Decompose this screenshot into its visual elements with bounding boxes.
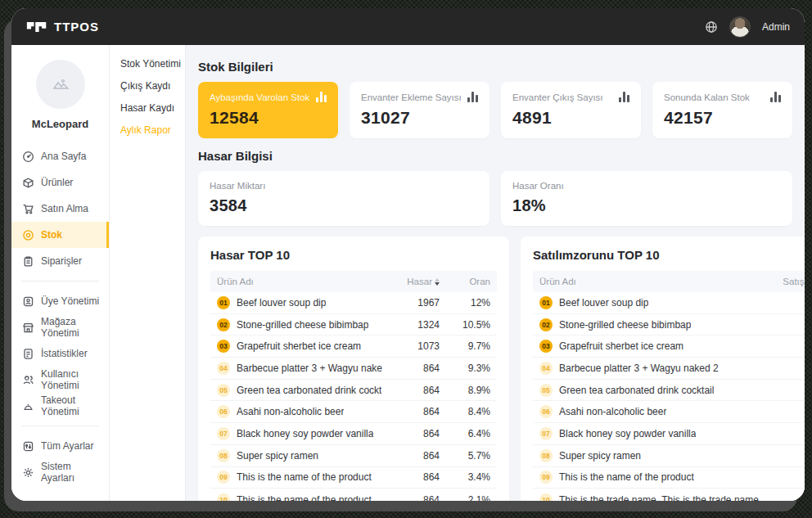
cell-value: 864: [382, 406, 440, 417]
submenu-item-k-kayd[interactable]: Çıkış Kaydı: [120, 74, 185, 97]
bar-chart-icon: [311, 92, 327, 102]
stat-card-label: Envanter Ekleme Sayısı: [361, 92, 462, 102]
cell-value: 34967: [761, 297, 805, 309]
table-row: 05Green tea carbonated drink cocktail103…: [533, 380, 805, 402]
submenu-item-ayl-k-rapor[interactable]: Aylık Rapor: [120, 119, 185, 141]
rank-badge: 08: [217, 449, 230, 462]
stat-card-label: Hasar Miktarı: [210, 181, 265, 191]
rank-badge: 07: [539, 427, 553, 440]
cell-value: 1324: [382, 319, 440, 331]
stat-card-hasar-oran: Hasar Oranı18%: [501, 171, 792, 226]
sidebar-item-label: Satın Alma: [41, 203, 88, 214]
table-card-sat-l-mzorunu-top-10: Satılımzorunu TOP 10Ürün AdıSatış Miktar…: [521, 236, 805, 501]
stat-card-value: 42157: [664, 108, 781, 128]
sidebar-item-label: Kullanıcı Yönetimi: [41, 368, 106, 391]
table-row: 01Beef louver soup dip196712%: [210, 292, 497, 314]
sidebar-item-sistem-ayarlar[interactable]: Sistem Ayarları: [11, 459, 109, 485]
rank-badge: 03: [539, 340, 553, 353]
rank-badge: 10: [539, 493, 553, 501]
rank-badge: 05: [217, 384, 230, 397]
product-name: Beef louver soup dip: [559, 297, 648, 309]
table-row: 04Barbecue platter 3 + Wagyu naked 21031…: [533, 358, 805, 380]
cell-value: 9.7%: [440, 340, 490, 352]
product-name: Stone-grilled cheese bibimbap: [237, 319, 368, 331]
cell-value: 3.4%: [440, 471, 490, 483]
topbar: TTPOS Admin: [11, 8, 805, 45]
column-header-hasar[interactable]: Hasar: [382, 277, 440, 286]
product-name: Grapefruit sherbet ice cream: [559, 340, 683, 352]
cell-value: 864: [382, 450, 440, 462]
bar-chart-icon: [765, 92, 781, 102]
sidebar-item-sat-n-alma[interactable]: Satın Alma: [11, 196, 109, 222]
product-name: Green tea carbonated drink cocktail: [559, 385, 714, 396]
purchase-icon: [22, 203, 34, 215]
language-globe-icon[interactable]: [705, 20, 718, 34]
sidebar-item-label: İstatistikler: [41, 348, 88, 359]
cell-value: 10316: [761, 385, 805, 396]
product-name: Grapefruit sherbet ice cream: [237, 340, 361, 352]
user-name[interactable]: Admin: [762, 21, 790, 33]
all-settings-icon: [22, 440, 34, 453]
rank-badge: 01: [217, 296, 230, 309]
table-row: 07Black honey soy powder vanilla8646.4%: [210, 423, 497, 445]
product-name: Super spicy ramen: [237, 450, 318, 462]
cell-value: 1967: [382, 297, 440, 309]
column-header-r-n-ad: Ürün Adı: [217, 277, 382, 286]
sidebar-item-r-nler[interactable]: Ürünler: [11, 169, 109, 196]
product-name: Black honey soy powder vanilla: [559, 428, 696, 439]
sidebar-item-sipari-ler[interactable]: Siparişler: [11, 248, 109, 274]
sidebar-item-label: Üye Yönetimi: [41, 295, 99, 307]
rank-badge: 09: [539, 471, 553, 484]
stat-card-header: Hasar Miktarı: [210, 181, 478, 191]
rank-badge: 08: [539, 449, 553, 462]
cell-value: 10316: [761, 428, 805, 439]
stat-card-value: 12584: [210, 108, 327, 128]
submenu-item-stok-y-netimi[interactable]: Stok Yönetimi: [120, 52, 185, 74]
sidebar-item-label: Ana Sayfa: [41, 151, 86, 162]
sidebar-item-ana-sayfa[interactable]: Ana Sayfa: [11, 143, 109, 169]
cell-value: 12%: [440, 297, 490, 309]
sidebar-item-kullan-c-y-netimi[interactable]: Kullanıcı Yönetimi: [11, 367, 109, 393]
rank-badge: 09: [217, 471, 230, 484]
bar-chart-icon: [614, 92, 629, 102]
table-row: 03Grapefruit sherbet ice cream10739.7%: [210, 336, 497, 358]
product-name: Asahi non-alcoholic beer: [559, 406, 666, 417]
product-name: This is the trade name. This is the trad…: [559, 494, 761, 501]
cell-value: 10316: [761, 450, 805, 462]
sidebar-item-i-statistikler[interactable]: İstatistikler: [11, 340, 109, 367]
sidebar-item-label: Sistem Ayarları: [41, 461, 106, 484]
takeout-icon: [22, 400, 34, 412]
stat-card-header: Envanter Çıkış Sayısı: [512, 92, 629, 102]
column-header-r-n-ad: Ürün Adı: [539, 277, 761, 286]
table-row: 02Stone-grilled cheese bibimbap18967: [533, 314, 805, 336]
cell-value: 10316: [761, 406, 805, 417]
user-avatar[interactable]: [729, 16, 751, 38]
bar-chart-icon: [462, 92, 478, 102]
sidebar-item-ma-aza-y-netimi[interactable]: Mağaza Yönetimi: [11, 314, 109, 340]
submenu-item-hasar-kayd[interactable]: Hasar Kaydı: [120, 97, 185, 119]
product-name: Stone-grilled cheese bibimbap: [559, 319, 691, 331]
stat-card-hasar-miktar: Hasar Miktarı3584: [198, 171, 489, 226]
table-header-row: Ürün AdıSatış Miktarı: [533, 271, 805, 292]
sidebar-item-stok[interactable]: Stok: [11, 222, 109, 248]
rank-badge: 06: [217, 405, 230, 418]
table-row: 09This is the name of the product8643.4%: [210, 467, 497, 489]
sidebar-item-ye-y-netimi[interactable]: Üye Yönetimi: [11, 288, 109, 314]
stock-icon: [22, 229, 34, 241]
cell-value: 6.4%: [440, 428, 490, 439]
cell-value: 864: [382, 494, 440, 501]
sidebar-item-t-m-ayarlar[interactable]: Tüm Ayarlar: [11, 433, 109, 459]
stat-card-sonunda-kalan-stok: Sonunda Kalan Stok42157: [652, 82, 792, 138]
merchant-avatar: [36, 60, 85, 109]
ttpos-logo-icon: [26, 20, 47, 34]
table-row: 06Asahi non-alcoholic beer8648.4%: [210, 401, 497, 423]
table-row: 10This is the trade name. This is the tr…: [533, 489, 805, 501]
image-placeholder-icon: [51, 74, 70, 94]
sidebar-item-takeout-y-netimi[interactable]: Takeout Yönetimi: [11, 393, 109, 419]
brand: TTPOS: [26, 20, 99, 34]
rank-badge: 04: [217, 362, 230, 375]
sidebar-item-label: Mağaza Yönetimi: [41, 316, 106, 339]
product-name: Green tea carbonated drink cockt: [237, 385, 381, 396]
stock-section-title: Stok Bilgileri: [198, 60, 792, 74]
product-name: Asahi non-alcoholic beer: [237, 406, 344, 417]
